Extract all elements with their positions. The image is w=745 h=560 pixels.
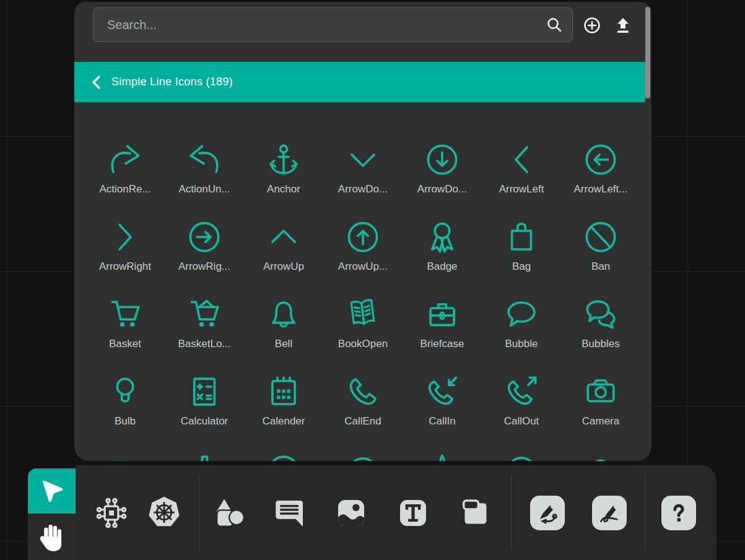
shapes-icon: [212, 495, 248, 531]
isometric-node-icon: [94, 495, 129, 531]
calender-icon: [266, 374, 302, 410]
chevron-left-icon: [90, 75, 102, 90]
icon-item-call-in[interactable]: CallIn: [403, 369, 482, 434]
icon-item-arrow-right-circle[interactable]: ArrowRig...: [165, 215, 244, 279]
icon-grid-row: Basket BasketLo... Bell BookOpen: [85, 292, 640, 356]
icon-item-basket-loaded[interactable]: BasketLo...: [165, 292, 244, 356]
arrow-right-icon: [107, 219, 143, 255]
icon-item-bubbles[interactable]: Bubbles: [561, 292, 640, 356]
kubernetes-tool-button[interactable]: [139, 465, 189, 560]
comment-tool-button[interactable]: [265, 465, 315, 560]
upload-icon: [614, 16, 632, 35]
icon-item-arrow-down[interactable]: ArrowDo...: [323, 137, 403, 202]
icon-item-arrow-up[interactable]: ArrowUp: [244, 215, 323, 279]
action-undo-icon: [186, 142, 222, 178]
search-icon: [546, 17, 562, 33]
bulb-icon: [107, 374, 143, 410]
icon-item-briefcase[interactable]: Briefcase: [403, 292, 482, 356]
icon-grid-row: Bulb Calculator Calender CallEnd CallI: [85, 369, 640, 434]
image-tool-button[interactable]: [326, 465, 376, 560]
basket-loaded-icon: [186, 296, 222, 332]
bag-icon: [503, 219, 539, 255]
arrow-right-circle-icon: [186, 219, 222, 255]
icon-item-partial[interactable]: [244, 447, 323, 461]
category-header[interactable]: Simple Line Icons (189): [74, 62, 645, 102]
partial-icon: [266, 451, 302, 461]
icon-item-action-redo[interactable]: ActionRe...: [85, 137, 165, 202]
back-button[interactable]: [90, 75, 102, 90]
bell-icon: [266, 296, 302, 332]
icon-item-action-undo[interactable]: ActionUn...: [165, 137, 244, 202]
icon-item-partial[interactable]: [165, 447, 244, 461]
freehand-pen-tool-button[interactable]: [585, 465, 634, 560]
comment-icon: [272, 496, 307, 530]
icon-item-basket[interactable]: Basket: [85, 292, 165, 356]
icon-item-partial[interactable]: [403, 447, 482, 461]
category-title: Simple Line Icons (189): [111, 75, 233, 88]
icon-item-ban[interactable]: Ban: [561, 215, 640, 279]
image-icon: [334, 496, 368, 530]
canvas-grid-line: [6, 0, 7, 560]
basket-icon: [107, 296, 143, 332]
icon-picker-panel: Simple Line Icons (189) ActionRe... Acti…: [74, 2, 651, 461]
partial-icon: [424, 451, 460, 461]
icon-item-arrow-up-circle[interactable]: ArrowUp...: [323, 215, 403, 279]
book-open-icon: [345, 296, 381, 332]
icon-item-calender[interactable]: Calender: [244, 369, 323, 434]
call-in-icon: [424, 374, 460, 410]
text-tool-button[interactable]: [388, 465, 438, 560]
search-input[interactable]: [94, 18, 546, 32]
add-icon-set-button[interactable]: [582, 15, 602, 35]
icon-grid-row: ArrowRight ArrowRig... ArrowUp ArrowUp..…: [85, 215, 640, 279]
bubbles-icon: [583, 296, 619, 332]
icon-item-partial[interactable]: [561, 447, 640, 461]
ban-icon: [583, 219, 619, 255]
pan-tool-button[interactable]: [28, 514, 76, 560]
freehand-pen-icon: [592, 496, 627, 530]
arrow-up-icon: [266, 219, 302, 255]
icon-item-partial[interactable]: [85, 447, 165, 461]
icon-item-arrow-left-circle[interactable]: ArrowLeft...: [561, 137, 640, 202]
note-tool-button[interactable]: [451, 465, 500, 560]
cursor-icon: [39, 477, 65, 506]
connector-pen-tool-button[interactable]: [523, 465, 572, 560]
icon-item-bulb[interactable]: Bulb: [85, 369, 165, 434]
note-icon: [458, 496, 493, 530]
badge-icon: [424, 219, 460, 255]
toolbar-separator: [199, 475, 200, 551]
toolbar-separator: [645, 475, 645, 551]
hand-icon: [39, 522, 65, 552]
icon-item-anchor[interactable]: Anchor: [244, 137, 323, 202]
panel-scrollbar[interactable]: [645, 7, 650, 98]
icon-grid-row-partial: [85, 447, 640, 461]
icon-item-partial[interactable]: [323, 447, 403, 461]
icon-item-bubble[interactable]: Bubble: [482, 292, 561, 356]
isometric-node-tool-button[interactable]: [87, 465, 136, 560]
icon-item-calculator[interactable]: Calculator: [165, 369, 244, 434]
icon-item-bag[interactable]: Bag: [482, 215, 561, 279]
call-out-icon: [503, 374, 539, 410]
icon-item-call-end[interactable]: CallEnd: [323, 369, 403, 434]
icon-item-arrow-left[interactable]: ArrowLeft: [482, 137, 561, 202]
icon-item-arrow-down-circle[interactable]: ArrowDo...: [403, 137, 482, 202]
add-circle-icon: [583, 16, 601, 35]
icon-item-partial[interactable]: [482, 447, 561, 461]
icon-item-badge[interactable]: Badge: [403, 215, 482, 279]
icon-item-book-open[interactable]: BookOpen: [323, 292, 403, 356]
bottom-toolbar: [76, 465, 717, 560]
camera-icon: [583, 374, 619, 410]
icon-item-arrow-right[interactable]: ArrowRight: [85, 215, 165, 279]
text-icon: [396, 496, 430, 530]
icon-item-bell[interactable]: Bell: [244, 292, 323, 356]
help-button[interactable]: [654, 465, 704, 560]
action-redo-icon: [107, 142, 143, 178]
upload-icon-set-button[interactable]: [613, 15, 633, 35]
toolbar-separator: [511, 475, 512, 551]
icon-item-call-out[interactable]: CallOut: [482, 369, 561, 434]
arrow-left-circle-icon: [583, 142, 619, 178]
icon-item-camera[interactable]: Camera: [561, 369, 640, 434]
select-tool-button[interactable]: [28, 468, 76, 514]
shapes-tool-button[interactable]: [206, 465, 255, 560]
arrow-left-icon: [503, 142, 539, 178]
kubernetes-icon: [146, 494, 183, 532]
